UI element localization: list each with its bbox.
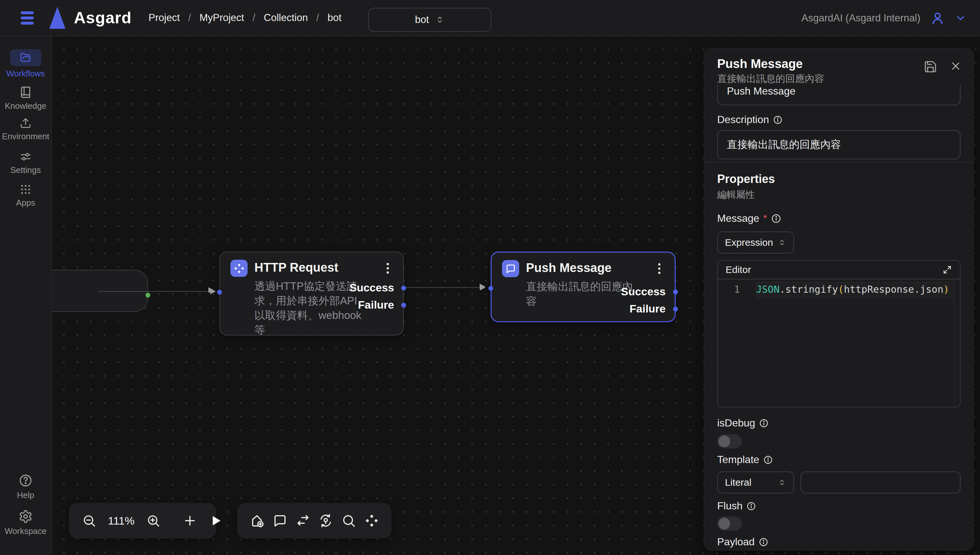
swap-arrows-icon[interactable] <box>296 513 311 528</box>
template-value-input[interactable] <box>800 472 961 494</box>
template-type-value: Literal <box>725 477 751 488</box>
node-push-message[interactable]: Push Message 直接輸出訊息的回應內容 Success Failure <box>491 252 676 322</box>
panel-body: Push Message Description 直接輸出訊息的回應內容 Pro… <box>704 85 974 550</box>
edge-connector <box>404 287 484 288</box>
auto-refresh-bulb-icon[interactable] <box>318 513 333 528</box>
edge-connector <box>98 291 214 292</box>
diamonds-icon <box>230 260 248 277</box>
input-port[interactable] <box>217 290 222 295</box>
breadcrumb-myproject[interactable]: MyProject <box>199 12 244 24</box>
properties-subtitle: 編輯屬性 <box>717 188 961 201</box>
input-port[interactable] <box>488 286 493 291</box>
sliders-icon <box>20 151 31 162</box>
zoom-level: 111% <box>107 515 135 527</box>
zoom-out-icon[interactable] <box>82 513 96 528</box>
flush-toggle[interactable] <box>717 517 742 531</box>
description-input[interactable]: 直接輸出訊息的回應內容 <box>717 130 961 159</box>
save-button[interactable] <box>924 60 937 74</box>
sidebar-item-environment[interactable]: Environment <box>2 117 49 141</box>
editor-gutter-line <box>954 279 955 407</box>
sidebar-item-help[interactable]: Help <box>17 473 34 500</box>
isdebug-toggle[interactable] <box>717 434 742 449</box>
chevron-updown-icon <box>778 238 786 247</box>
menu-hamburger-icon[interactable] <box>21 9 34 27</box>
name-input[interactable]: Push Message <box>717 85 961 105</box>
info-icon[interactable] <box>759 537 768 547</box>
sidebar-item-apps[interactable]: Apps <box>16 184 35 208</box>
output-port[interactable] <box>145 293 150 298</box>
zoom-in-icon[interactable] <box>146 513 161 528</box>
editor-title: Editor <box>726 264 751 275</box>
sidebar-item-label: Help <box>17 490 34 500</box>
sidebar-item-label: Environment <box>2 132 49 141</box>
sidebar-item-label: Settings <box>10 165 41 175</box>
template-type-select[interactable]: Literal <box>717 472 794 494</box>
run-play-icon[interactable] <box>208 513 223 528</box>
sidebar-item-label: Apps <box>16 198 35 208</box>
add-icon[interactable] <box>182 513 197 528</box>
breadcrumb: Project / MyProject / Collection / bot <box>148 12 341 24</box>
description-label: Description <box>717 114 961 126</box>
sidebar-item-workspace[interactable]: Workspace <box>5 509 47 536</box>
breadcrumb-separator: / <box>188 12 191 24</box>
info-icon[interactable] <box>746 501 756 511</box>
brand[interactable]: Asgard <box>49 7 132 29</box>
search-icon[interactable] <box>341 513 356 528</box>
save-floppy-icon <box>924 60 937 74</box>
failure-port[interactable] <box>673 306 678 311</box>
info-icon[interactable] <box>773 115 783 125</box>
success-port[interactable] <box>673 289 678 294</box>
close-button[interactable] <box>949 60 962 72</box>
info-icon[interactable] <box>771 213 781 224</box>
node-http-request[interactable]: HTTP Request 透過HTTP協定發送請求，用於串接外部API以取得資料… <box>219 252 404 335</box>
template-row: Literal <box>717 472 961 494</box>
name-input-value: Push Message <box>727 85 796 97</box>
sidebar-item-label: Workflows <box>6 69 45 79</box>
success-port[interactable] <box>401 286 406 290</box>
node-menu-button[interactable] <box>653 260 666 276</box>
top-navbar: Asgard Project / MyProject / Collection … <box>0 0 980 36</box>
expression-editor: Editor 1 JSON.stringify(httpResponse.jso… <box>717 260 961 407</box>
info-icon[interactable] <box>763 455 773 465</box>
comment-icon[interactable] <box>272 513 288 528</box>
apps-grid-icon <box>20 184 31 195</box>
add-node-icon[interactable] <box>249 513 264 528</box>
isdebug-label: isDebug <box>717 417 961 429</box>
failure-port[interactable] <box>401 303 406 308</box>
panel-subtitle: 直接輸出訊息的回應內容 <box>717 73 961 85</box>
sidebar-item-label: Workspace <box>5 526 47 536</box>
expand-fullscreen-icon[interactable] <box>942 265 952 274</box>
output-label-success: Success <box>349 281 394 294</box>
zoom-toolbar: 111% <box>69 503 216 539</box>
sidebar-item-settings[interactable]: Settings <box>10 151 41 175</box>
breadcrumb-separator: / <box>253 12 255 24</box>
chat-bubble-icon <box>502 260 519 277</box>
user-icon[interactable] <box>930 11 945 26</box>
required-asterisk: * <box>763 212 767 225</box>
account-area[interactable]: AsgardAI (Asgard Internal) <box>801 0 966 36</box>
active-tile <box>10 49 41 66</box>
code-line: 1 JSON.stringify(httpResponse.json) <box>718 279 960 295</box>
breadcrumb-project[interactable]: Project <box>148 12 180 24</box>
workflow-selector[interactable]: bot <box>368 8 491 32</box>
info-icon[interactable] <box>759 419 769 428</box>
sidebar-item-workflows[interactable]: Workflows <box>6 49 45 79</box>
message-type-select[interactable]: Expression <box>717 231 794 253</box>
node-config-panel: Push Message 直接輸出訊息的回應內容 Push Message De… <box>704 48 974 550</box>
chevron-updown-icon <box>435 15 445 25</box>
editor-header: Editor <box>718 261 960 279</box>
breadcrumb-bot[interactable]: bot <box>328 12 341 24</box>
brand-name: Asgard <box>74 8 132 27</box>
sidebar-item-knowledge[interactable]: Knowledge <box>5 86 47 111</box>
workflow-selector-value: bot <box>415 14 429 26</box>
output-label-failure: Failure <box>358 298 394 311</box>
breadcrumb-collection[interactable]: Collection <box>264 12 308 24</box>
nodes-diamonds-icon[interactable] <box>364 513 379 528</box>
chevron-down-icon[interactable] <box>955 12 966 24</box>
chevron-updown-icon <box>778 478 786 487</box>
editor-body[interactable]: 1 JSON.stringify(httpResponse.json) <box>718 279 960 407</box>
section-divider <box>704 162 974 162</box>
help-circle-icon <box>18 473 33 488</box>
edge-arrowhead-icon <box>208 287 214 293</box>
node-menu-button[interactable] <box>381 260 394 276</box>
